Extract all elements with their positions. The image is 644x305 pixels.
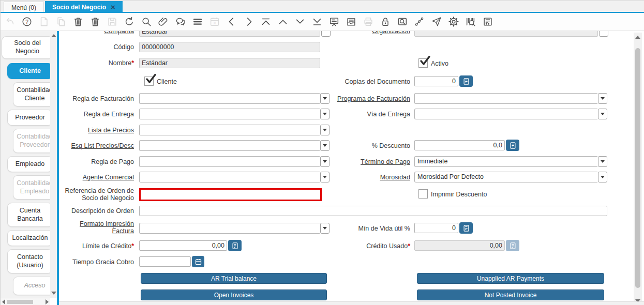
sidebar-item-localizacion[interactable]: Localización [7,230,50,246]
report-icon[interactable] [482,16,493,27]
lista-precios-combo[interactable] [139,125,330,135]
descuento-field[interactable] [414,140,505,150]
form-vscroll-thumb[interactable] [635,48,640,288]
regla-entrega-combo[interactable] [139,109,330,119]
field-label-termino-pago: Término de Pago [327,158,410,165]
combo-arrow-button[interactable] [598,172,607,182]
combo-arrow-button[interactable] [598,93,607,104]
svg-text:31: 31 [213,21,217,25]
organizacion-lookup-button[interactable] [599,31,608,37]
unapplied-ar-payments-button[interactable]: Unapplied AR Payments [417,273,604,284]
previous-record-icon[interactable] [226,16,237,27]
chevron-down-icon [323,97,327,100]
print-icon [363,16,374,27]
first-record-icon[interactable] [260,16,272,27]
form-view-icon[interactable] [328,16,340,27]
window-tab-bar: Menú (0) Socio del Negocio × [1,0,644,12]
combo-arrow-button[interactable] [320,125,330,135]
next-record-icon[interactable] [243,16,254,27]
limite-credito-field[interactable] [139,240,227,251]
via-entrega-combo[interactable] [414,109,607,119]
sidebar-scroll-down-icon[interactable] [51,292,56,295]
compania-field[interactable] [139,31,320,37]
product-info-icon[interactable] [465,16,476,27]
imprimir-descuento-checkbox[interactable] [418,189,428,199]
regla-facturacion-combo[interactable] [139,93,330,104]
form-horizontal-scrollbar[interactable] [59,301,644,305]
tab-menu[interactable]: Menú (0) [4,2,44,13]
agente-comercial-combo[interactable] [139,172,330,182]
copias-field[interactable] [414,76,458,86]
lock-icon[interactable] [380,16,391,27]
termino-pago-combo[interactable]: Immediate [414,156,607,167]
chevron-down-icon [323,227,327,230]
programa-facturacion-combo[interactable] [414,93,607,104]
regla-pago-combo[interactable] [139,156,330,167]
sidebar-item-empleado[interactable]: Empleado [7,156,50,172]
sidebar-item-socio-del-negocio[interactable]: Socio del Negocio [2,36,50,59]
refresh-icon[interactable] [124,16,135,27]
cliente-checkbox[interactable] [144,77,154,86]
grid-toggle-icon[interactable] [192,16,203,27]
sidebar-item-cuenta-bancaria[interactable]: Cuenta Bancaria [7,203,50,227]
tab-menu-label: Menú (0) [11,4,36,11]
sidebar-item-acceso[interactable]: Acceso [13,277,50,295]
descuento-calculator-button[interactable] [506,140,519,151]
open-invoices-button[interactable]: Open Invoices [141,289,327,300]
sidebar-item-contacto-usuario[interactable]: Contacto (Usuario) [7,249,50,273]
combo-arrow-button[interactable] [598,156,607,167]
detail-record-icon[interactable] [294,16,306,27]
field-label-organizacion: Organización [327,31,410,35]
morosidad-combo[interactable]: Morosidad Por Defecto [414,172,607,182]
sidebar-horizontal-scrollbar[interactable] [1,298,50,305]
descripcion-orden-field[interactable] [139,206,607,216]
chevron-down-icon [601,113,605,115]
send-mail-icon[interactable] [431,16,442,27]
chevron-down-icon [323,176,327,178]
find-icon[interactable] [141,16,152,27]
zoom-across-icon[interactable] [397,16,408,27]
cliente-checkbox-label: Cliente [157,78,177,85]
activo-checkbox[interactable] [418,58,428,68]
sidebar-vertical-scrollbar[interactable] [50,31,57,298]
form-scroll-up-icon[interactable] [635,36,640,39]
not-posted-invoice-button[interactable]: Not Posted Invoice [417,289,604,300]
sidebar-item-contabilidad-cliente[interactable]: Contabilidad Cliente [13,82,50,106]
tiempo-gracia-calendar-button[interactable] [192,256,204,267]
chat-icon[interactable] [175,16,186,27]
tiempo-gracia-field[interactable] [139,256,191,267]
attachment-icon[interactable] [158,16,169,27]
delete-selection-icon[interactable] [89,16,101,27]
formato-impresion-combo[interactable] [139,223,330,234]
sidebar-hscroll-thumb[interactable] [7,300,33,304]
sidebar-scroll-left-icon[interactable] [2,299,5,304]
field-label-regla-entrega: Regla de Entrega [59,111,134,118]
help-icon[interactable]: ? [21,16,33,27]
close-tab-icon[interactable]: × [111,3,115,11]
codigo-field[interactable] [139,42,320,52]
referencia-orden-field-highlighted[interactable] [139,188,322,201]
parent-record-icon[interactable] [277,16,289,27]
chevron-down-icon [323,160,327,163]
sidebar-scroll-up-icon[interactable] [51,34,56,37]
copias-calculator-button[interactable] [459,75,473,87]
combo-arrow-button[interactable] [598,109,607,119]
sidebar-item-proveedor[interactable]: Proveedor [7,110,50,126]
archive-icon[interactable] [346,16,357,27]
process-icon[interactable] [448,16,459,27]
min-vida-util-field[interactable] [414,223,458,233]
form-panel: Compañía Organización Código Nombre* Act… [59,31,644,305]
delete-record-icon[interactable] [72,16,84,27]
tab-socio-del-negocio[interactable]: Socio del Negocio × [45,1,123,13]
last-record-icon[interactable] [311,16,323,27]
sidebar-item-cliente[interactable]: Cliente [7,63,50,79]
ar-trial-balance-button[interactable]: AR Trial balance [141,273,327,284]
nombre-field[interactable] [139,58,320,68]
form-vertical-scrollbar[interactable] [634,33,642,301]
min-vida-calculator-button[interactable] [459,222,473,234]
organizacion-field[interactable] [414,31,598,37]
limite-credito-calculator-button[interactable] [228,240,242,251]
workflow-icon[interactable] [414,16,425,27]
sidebar-scroll-right-icon[interactable] [46,299,49,304]
esq-list-combo[interactable] [139,140,330,151]
